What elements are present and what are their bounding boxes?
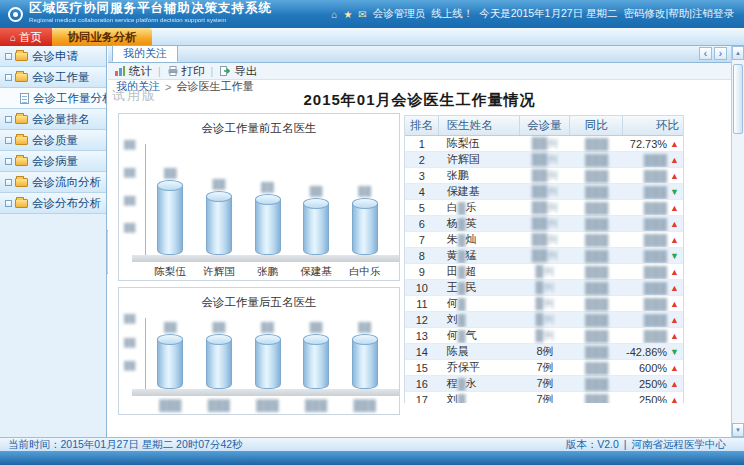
table-row[interactable]: 8黄█猛██例██████▼ — [405, 248, 683, 264]
tree-node-icon — [5, 74, 12, 81]
organization-text: 河南省远程医学中心 — [632, 438, 727, 452]
app-title-block: 区域医疗协同服务平台辅助决策支持系统 Regional medical coll… — [29, 3, 272, 25]
top5-chart-plot: ██████████陈梨伍██许辉国██张鹏██保建基██白中乐 — [145, 144, 389, 256]
yoy-cell: ███ — [570, 360, 624, 375]
star-icon[interactable]: ★ — [343, 9, 352, 20]
table-row[interactable]: 3张鹏██例██████▲ — [405, 168, 683, 184]
rank-cell: 11 — [405, 296, 439, 311]
mom-cell: 250%▲ — [623, 392, 683, 403]
tab-scroll-next-button[interactable]: › — [714, 47, 727, 60]
volume-cell: ██例 — [520, 232, 570, 247]
sidebar-item[interactable]: 会诊量排名 — [0, 109, 106, 130]
table-row[interactable]: 9田█超█例██████▲ — [405, 264, 683, 280]
tree-node-icon — [5, 137, 12, 144]
doctor-name-cell: 程█永 — [439, 376, 520, 391]
table-row[interactable]: 5白█乐██例██████▲ — [405, 200, 683, 216]
table-row[interactable]: 2许辉国██例██████▲ — [405, 152, 683, 168]
rank-cell: 12 — [405, 312, 439, 327]
table-row[interactable]: 10王█民█例██████▲ — [405, 280, 683, 296]
export-icon — [219, 65, 231, 77]
sidebar-item[interactable]: 会诊质量 — [0, 130, 106, 151]
table-row[interactable]: 11何██例██████▲ — [405, 296, 683, 312]
table-row[interactable]: 4保建基██例██████▼ — [405, 184, 683, 200]
mom-cell: ███▲ — [623, 152, 683, 167]
account-links[interactable]: 密码修改|帮助|注销登录 — [624, 7, 734, 21]
column-header[interactable]: 排名 — [405, 116, 439, 135]
table-row[interactable]: 6杨█英██例██████▲ — [405, 216, 683, 232]
content-area: 试用版 试用版 2015年01月会诊医生工作量情况 会诊工作量前五名医生 ███… — [108, 93, 731, 437]
mom-cell: ███▼ — [623, 184, 683, 199]
yoy-cell: ███ — [570, 168, 624, 183]
trend-up-icon: ▲ — [670, 395, 679, 404]
stats-button[interactable]: 统计 — [114, 64, 152, 79]
scroll-up-button[interactable]: ▲ — [732, 46, 744, 60]
table-row[interactable]: 13何█气█例██████▲ — [405, 328, 683, 344]
bar-value-label: ██ — [307, 186, 325, 196]
column-header[interactable]: 同比 — [570, 116, 624, 135]
sidebar-item[interactable]: 会诊流向分析 — [0, 172, 106, 193]
sidebar-item-label: 会诊质量 — [32, 133, 78, 148]
sidebar-item[interactable]: 会诊病量 — [0, 151, 106, 172]
vertical-scrollbar[interactable]: ▲ ▼ — [731, 46, 744, 437]
trend-up-icon: ▲ — [670, 315, 679, 325]
sidebar-item-label: 会诊病量 — [32, 154, 78, 169]
bar-value-label: ██ — [356, 322, 374, 332]
tab-my-focus[interactable]: 我的关注 — [112, 45, 178, 62]
trend-up-icon: ▲ — [670, 171, 679, 181]
table-row[interactable]: 14陈晨8例███-42.86%▼ — [405, 344, 683, 360]
x-axis-category-label: ███ — [243, 399, 293, 411]
bar-value-label: ██ — [259, 182, 277, 192]
tab-scroll-prev-button[interactable]: ‹ — [699, 47, 712, 60]
chart-bar — [303, 339, 329, 389]
column-header[interactable]: 会诊量 — [520, 116, 570, 135]
sidebar-item[interactable]: 会诊申请 — [0, 46, 106, 67]
scrollbar-thumb[interactable] — [733, 64, 743, 134]
toolbar: 统计 | 打印 | 导出 — [108, 63, 731, 80]
column-header[interactable]: 医生姓名 — [439, 116, 520, 135]
sidebar-subitem[interactable]: 会诊工作量分析 — [0, 88, 106, 109]
sidebar-item[interactable]: 会诊工作量 — [0, 67, 106, 88]
mom-cell: -42.86%▼ — [623, 344, 683, 359]
volume-cell: 7例 — [520, 360, 570, 375]
sidebar-item[interactable]: 会诊分布分析 — [0, 193, 106, 214]
rank-cell: 17 — [405, 392, 439, 403]
trend-up-icon: ▲ — [670, 235, 679, 245]
doctor-name-cell: 刘█ — [439, 392, 520, 403]
volume-cell: █例 — [520, 296, 570, 311]
app-window: 区域医疗协同服务平台辅助决策支持系统 Regional medical coll… — [0, 0, 744, 465]
table-row[interactable]: 15乔保平7例███600%▲ — [405, 360, 683, 376]
yoy-cell: ███ — [570, 312, 624, 327]
volume-cell: █例 — [520, 328, 570, 343]
table-row[interactable]: 17刘█7例███250%▲ — [405, 392, 683, 403]
app-logo-icon — [8, 7, 23, 22]
mom-cell: ███▲ — [623, 328, 683, 343]
printer-icon — [167, 65, 179, 77]
volume-cell: ██例 — [520, 248, 570, 263]
home-icon[interactable]: ⌂ — [331, 9, 337, 20]
column-header[interactable]: 环比 — [623, 116, 683, 135]
bar-value-label: ██ — [161, 168, 179, 178]
table-row[interactable]: 16程█永7例███250%▲ — [405, 376, 683, 392]
tab-scroll-buttons: ‹ › — [699, 47, 731, 62]
x-axis-category-label: 陈梨伍 — [145, 265, 195, 279]
x-axis-category-label: 许辉国 — [194, 265, 244, 279]
table-row[interactable]: 12刘██例██████▲ — [405, 312, 683, 328]
page-title: 2015年01月会诊医生工作量情况 — [108, 91, 731, 110]
bottom5-chart-plot: ███████████████████████████████ — [145, 318, 389, 390]
mail-icon[interactable]: ✉ — [358, 9, 366, 20]
rank-cell: 9 — [405, 264, 439, 279]
export-button[interactable]: 导出 — [219, 64, 257, 79]
trend-up-icon: ▲ — [670, 331, 679, 341]
print-button[interactable]: 打印 — [167, 64, 205, 79]
nav-tab-home[interactable]: ⌂ 首页 — [0, 28, 52, 46]
footer-band — [0, 451, 744, 465]
chart-bar — [157, 339, 183, 389]
table-row[interactable]: 1陈梨伍██例███72.73%▲ — [405, 136, 683, 152]
folder-icon — [15, 52, 28, 61]
yoy-cell: ███ — [570, 280, 624, 295]
table-row[interactable]: 7朱█灿██例██████▲ — [405, 232, 683, 248]
sidebar-item-label: 会诊流向分析 — [32, 175, 101, 190]
scroll-down-button[interactable]: ▼ — [732, 423, 744, 437]
chart-bar — [352, 203, 378, 255]
nav-tab-analysis[interactable]: 协同业务分析 — [52, 28, 152, 46]
